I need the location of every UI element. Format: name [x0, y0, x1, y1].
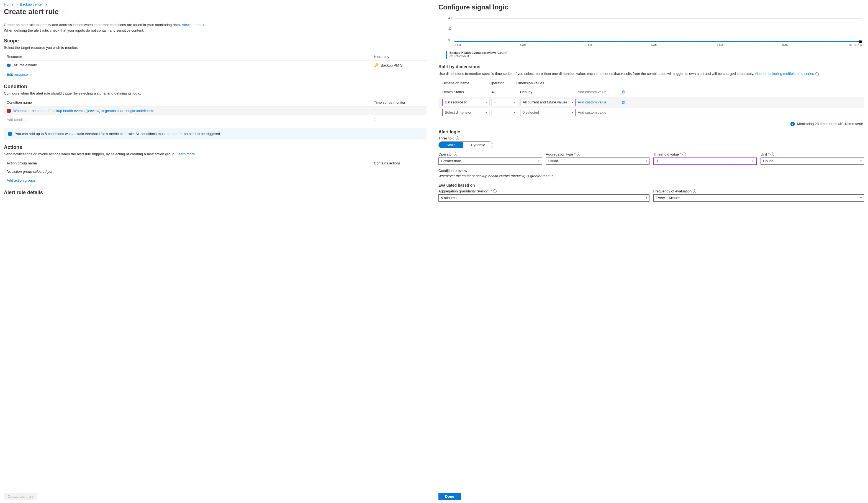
signal-footer: Done: [434, 490, 868, 503]
agg-select[interactable]: Count▾: [546, 158, 650, 165]
chevron-down-icon: ▾: [538, 159, 539, 162]
actions-heading: Actions: [4, 144, 426, 150]
help-icon[interactable]: i: [693, 189, 696, 193]
condition-heading: Condition: [4, 84, 426, 90]
condition-sub: Configure when the alert rule should tri…: [4, 91, 426, 95]
actions-table-header: Action group name Contains actions: [4, 159, 426, 167]
dim-row: Health Status = Healthy Add custom value…: [438, 87, 864, 97]
view-tutorial-link[interactable]: View tutorial +: [182, 23, 204, 27]
chevron-down-icon: ▾: [645, 196, 647, 199]
actions-empty-row: No action group selected yet: [4, 167, 426, 176]
threshold-value-label: Threshold value * i: [653, 152, 757, 157]
breadcrumb-home[interactable]: Home: [4, 2, 13, 6]
help-icon[interactable]: i: [682, 152, 686, 156]
dim-val: Healthy: [520, 89, 576, 95]
chart-marker: [859, 40, 862, 43]
split-desc: Use dimensions to monitor specific time …: [438, 71, 864, 77]
actions-sub: Send notifications or invoke actions whe…: [4, 152, 426, 156]
add-condition-row[interactable]: Add condition 1: [4, 115, 426, 124]
threshold-label: Threshold i: [438, 136, 864, 140]
period-label: Aggregation granularity (Period) * i: [438, 189, 650, 193]
chevron-down-icon: ▾: [572, 111, 573, 114]
breadcrumb-backup-center[interactable]: Backup center: [20, 2, 43, 6]
dim-op-select[interactable]: =▾: [492, 99, 518, 106]
footer: Create alert rule: [0, 490, 41, 503]
signal-panel: Configure signal logic 40 20 0 3 AM 4 AM…: [434, 0, 868, 503]
info-icon: i: [790, 122, 795, 126]
split-link[interactable]: About monitoring multiple time series: [755, 72, 814, 76]
chevron-down-icon: ▾: [486, 101, 487, 104]
scope-table-header: Resource Hierarchy: [4, 53, 426, 61]
dim-name-select[interactable]: Datasource Id▾: [442, 99, 489, 106]
condition-link[interactable]: Whenever the count of backup health even…: [13, 109, 374, 113]
chevron-down-icon: ▾: [860, 196, 862, 199]
check-icon: ✓: [751, 159, 754, 163]
actions-learn-more[interactable]: Learn more: [176, 152, 195, 156]
dim-val-select[interactable]: 0 selected▾: [520, 109, 576, 116]
chevron-down-icon: ▾: [645, 159, 647, 162]
help-icon[interactable]: i: [771, 152, 774, 156]
operator-select[interactable]: Greater than▾: [438, 158, 542, 165]
signal-title: Configure signal logic: [438, 2, 867, 14]
chart: 40 20 0 3 AM 4 AM 5 AM 6 AM 7 AM 8 AM UT…: [443, 17, 862, 50]
main-content: Home > Backup center > Create alert rule…: [0, 0, 434, 503]
more-menu-icon[interactable]: ···: [62, 10, 65, 14]
condition-table-header: Condition name Time series monitor: [4, 99, 426, 107]
scope-sub: Select the target resource you wish to m…: [4, 46, 426, 50]
threshold-value-input[interactable]: 0✓: [653, 158, 757, 165]
page-title: Create alert rule ···: [4, 8, 426, 16]
chevron-down-icon: ▾: [572, 101, 573, 104]
trash-icon[interactable]: 🗑: [621, 100, 627, 104]
create-alert-rule-button[interactable]: Create alert rule: [4, 493, 38, 500]
dim-row: Select dimension▾ =▾ 0 selected▾ Add cus…: [438, 108, 864, 118]
scope-resource-row: azurefilesvault 🔑 Backup PM S: [4, 61, 426, 70]
condition-info-box: i You can add up to 5 conditions with a …: [4, 128, 426, 140]
freq-label: Frequency of evaluation i: [653, 189, 865, 193]
unit-label: Unit * i: [761, 152, 864, 157]
help-icon[interactable]: i: [493, 189, 497, 193]
details-heading: Alert rule details: [4, 190, 426, 195]
help-icon[interactable]: i: [454, 152, 457, 156]
add-custom-value[interactable]: Add custom value: [578, 90, 619, 94]
pill-static[interactable]: Static: [439, 142, 463, 148]
period-select[interactable]: 5 minutes▾: [438, 194, 650, 202]
scope-heading: Scope: [4, 38, 426, 44]
monitoring-note: i Monitoring 28 time series ($0.1/time s…: [442, 122, 863, 126]
preview-heading: Condition preview: [438, 169, 864, 173]
add-custom-value[interactable]: Add custom value: [578, 110, 619, 114]
help-icon[interactable]: i: [577, 152, 580, 156]
dim-row: Datasource Id▾ =▾ All current and future…: [438, 97, 864, 108]
vault-icon: [7, 63, 11, 68]
breadcrumb: Home > Backup center >: [4, 2, 426, 6]
help-icon[interactable]: i: [456, 137, 459, 140]
eval-heading: Evaluated based on: [438, 183, 864, 188]
threshold-toggle[interactable]: Static Dynamic: [438, 141, 493, 148]
dim-name-select[interactable]: Select dimension▾: [442, 109, 489, 116]
error-icon: !: [7, 109, 11, 113]
done-button[interactable]: Done: [438, 493, 461, 500]
dim-val-select[interactable]: All current and future values▾: [520, 99, 576, 106]
chevron-down-icon: ▾: [860, 159, 862, 162]
preview-text: Whenever the count of backup health even…: [438, 174, 864, 178]
chevron-down-icon: ▾: [486, 111, 487, 114]
trash-icon[interactable]: 🗑: [621, 90, 627, 94]
dim-op: =: [492, 89, 518, 95]
freq-select[interactable]: Every 1 Minute▾: [653, 194, 865, 202]
help-icon[interactable]: i: [815, 72, 819, 76]
chart-line: [455, 41, 860, 42]
pill-dynamic[interactable]: Dynamic: [463, 142, 493, 148]
key-icon: 🔑: [374, 63, 379, 67]
edit-resource-link[interactable]: Edit resource: [4, 70, 31, 79]
add-action-groups-link[interactable]: Add action groups: [4, 176, 39, 185]
operator-label: Operator i: [438, 152, 542, 157]
condition-row[interactable]: ! Whenever the count of backup health ev…: [4, 107, 426, 115]
add-custom-value-link[interactable]: Add custom value: [578, 100, 619, 104]
alert-logic-heading: Alert logic: [438, 130, 864, 134]
unit-select[interactable]: Count▾: [761, 158, 864, 165]
dim-table-header: Dimension name Operator Dimension values: [438, 79, 864, 87]
agg-label: Aggregation type * i: [546, 152, 650, 157]
chevron-down-icon: ▾: [514, 111, 515, 114]
info-icon: i: [8, 132, 12, 136]
dim-op-select[interactable]: =▾: [492, 109, 518, 116]
chevron-down-icon: ▾: [514, 101, 515, 104]
